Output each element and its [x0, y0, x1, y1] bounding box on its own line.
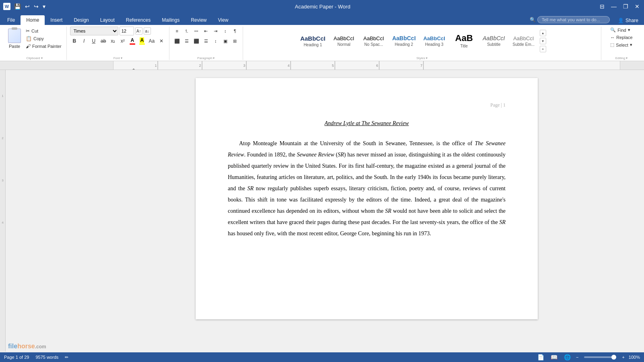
underline-button[interactable]: U [89, 37, 98, 45]
save-button[interactable]: 💾 [13, 2, 22, 10]
border-button[interactable]: ⊞ [231, 37, 239, 45]
editing-label: Editing ▾ [605, 56, 638, 60]
sort-button[interactable]: ↕ [221, 27, 230, 35]
multilevel-button[interactable]: ⩶ [192, 27, 201, 35]
tab-home[interactable]: Home [21, 15, 45, 25]
ruler-left-margin [0, 61, 114, 70]
line-spacing-button[interactable]: ↕ [211, 37, 220, 45]
svg-text:3: 3 [243, 64, 245, 68]
justify-button[interactable]: ☰ [202, 37, 211, 45]
tab-layout[interactable]: Layout [95, 15, 120, 25]
styles-scroll-down[interactable]: ▼ [540, 38, 546, 44]
increase-indent-button[interactable]: ⇥ [211, 27, 220, 35]
font-shrink-button[interactable]: a↓ [144, 27, 151, 35]
tab-view[interactable]: View [213, 15, 234, 25]
svg-text:5: 5 [332, 64, 334, 68]
web-layout-button[interactable]: 🌐 [563, 354, 572, 361]
redo-button[interactable]: ↪ [33, 2, 40, 10]
tab-references[interactable]: References [120, 15, 156, 25]
highlight-color-bar [139, 43, 145, 45]
style-normal[interactable]: AaBbCcI Normal [330, 28, 358, 54]
ribbon-display-button[interactable]: ⊟ [599, 2, 606, 10]
zoom-plus[interactable]: + [622, 355, 624, 360]
styles-scroll-up[interactable]: ▲ [540, 30, 546, 36]
more-button[interactable]: ▾ [41, 2, 47, 10]
paragraph-label: Paragraph ▾ [173, 56, 239, 60]
tab-file[interactable]: File [2, 15, 21, 25]
font-name-select[interactable]: Times [70, 27, 118, 35]
document-area[interactable]: Page | 1 Andrew Lytle at The Sewanee Rev… [114, 70, 620, 352]
document-heading[interactable]: Andrew Lytle at The Sewanee Review [228, 120, 506, 127]
italic-button[interactable]: I [80, 37, 89, 45]
superscript-button[interactable]: x² [118, 37, 127, 45]
highlight-button[interactable]: A [138, 37, 147, 45]
bullets-button[interactable]: ≡ [173, 27, 182, 35]
align-left-button[interactable]: ⬛ [173, 37, 182, 45]
style-heading3[interactable]: AaBbCcI Heading 3 [420, 28, 448, 54]
font-size-input[interactable] [120, 27, 134, 35]
paragraph-1[interactable]: Atop Monteagle Mountain at the Universit… [228, 138, 506, 239]
decrease-indent-button[interactable]: ⇤ [202, 27, 211, 35]
subscript-button[interactable]: x₂ [109, 37, 118, 45]
cut-button[interactable]: ✂ Cut [24, 27, 63, 35]
align-center-button[interactable]: ☰ [182, 37, 191, 45]
format-painter-button[interactable]: 🖌 Format Painter [24, 43, 63, 50]
copy-button[interactable]: 📋 Copy [24, 35, 63, 42]
font-grow-button[interactable]: A↑ [135, 27, 142, 35]
paragraph-group: ≡ ⒈ ⩶ ⇤ ⇥ ↕ ¶ ⬛ ☰ ⬛ ☰ ↕ ▣ ⊞ [169, 27, 243, 60]
style-heading1[interactable]: AaBbCcI Heading 1 [297, 28, 328, 54]
search-icon: 🔍 [530, 17, 536, 23]
find-button[interactable]: 🔍 Find ▾ [608, 27, 635, 33]
share-button[interactable]: 👤 Share [614, 16, 642, 25]
tab-insert[interactable]: Insert [45, 15, 68, 25]
zoom-slider[interactable] [584, 356, 616, 358]
clear-format-button[interactable]: ✕ [157, 37, 166, 45]
document-body[interactable]: Atop Monteagle Mountain at the Universit… [228, 138, 506, 239]
style-subtitle[interactable]: AaBbCcI Subtitle [480, 28, 508, 54]
case-button[interactable]: Aa [147, 37, 156, 45]
replace-button[interactable]: ↔ Replace [608, 34, 635, 41]
tab-review[interactable]: Review [185, 15, 212, 25]
select-button[interactable]: ⬚ Select ▾ [608, 41, 635, 48]
bold-button[interactable]: B [70, 37, 79, 45]
window-controls: ⊟ — ❐ ✕ [599, 2, 641, 10]
styles-content: AaBbCcI Heading 1 AaBbCcI Normal AaBbCcI… [297, 27, 547, 56]
search-input[interactable] [537, 16, 610, 23]
italic-sewanee-review-2: Sewanee Review [297, 152, 334, 158]
main-area: 1 2 3 4 Page | 1 Andrew Lytle at The Sew… [0, 70, 644, 352]
read-mode-button[interactable]: 📖 [549, 354, 559, 361]
align-right-button[interactable]: ⬛ [192, 37, 201, 45]
show-paragraph-button[interactable]: ¶ [231, 27, 239, 35]
tab-mailings[interactable]: Mailings [156, 15, 185, 25]
ribbon: Paste ✂ Cut 📋 Copy 🖌 Format Painter Clip… [0, 25, 644, 61]
left-margin: 1 2 3 4 [0, 70, 114, 352]
find-icon: 🔍 [610, 27, 616, 33]
italic-sr-3: SR [385, 208, 392, 214]
svg-text:4: 4 [287, 64, 289, 68]
shading-button[interactable]: ▣ [221, 37, 230, 45]
style-no-spacing[interactable]: AaBbCcI No Spac... [359, 28, 388, 54]
ruler-right-margin [620, 61, 644, 70]
strikethrough-button[interactable]: ab [99, 37, 108, 45]
tab-design[interactable]: Design [68, 15, 94, 25]
font-group: Times A↑ a↓ B I U ab x₂ x² A [67, 27, 169, 60]
maximize-button[interactable]: ❐ [622, 2, 630, 10]
zoom-minus[interactable]: − [576, 355, 578, 360]
font-label: Font ▾ [70, 56, 166, 60]
styles-expand[interactable]: ≡ [540, 46, 546, 52]
clipboard-group: Paste ✂ Cut 📋 Copy 🖌 Format Painter Clip… [2, 27, 67, 60]
style-heading2[interactable]: AaBbCcI Heading 2 [389, 28, 418, 54]
text-color-button[interactable]: A [128, 37, 137, 45]
style-subtle-emphasis[interactable]: AaBbCcI Subtle Em... [510, 28, 538, 54]
paste-button[interactable]: Paste [6, 27, 23, 51]
clipboard-label: Clipboard ▾ [6, 56, 63, 60]
style-title[interactable]: AaB Title [450, 28, 478, 54]
numbering-button[interactable]: ⒈ [182, 27, 191, 35]
close-button[interactable]: ✕ [634, 2, 641, 10]
minimize-button[interactable]: — [610, 2, 618, 10]
undo-button[interactable]: ↩ [24, 2, 31, 10]
font-content: Times A↑ a↓ B I U ab x₂ x² A [70, 27, 166, 56]
clipboard-content: Paste ✂ Cut 📋 Copy 🖌 Format Painter [6, 27, 63, 56]
print-layout-button[interactable]: 📄 [536, 354, 545, 361]
para-content: ≡ ⒈ ⩶ ⇤ ⇥ ↕ ¶ ⬛ ☰ ⬛ ☰ ↕ ▣ ⊞ [173, 27, 239, 56]
